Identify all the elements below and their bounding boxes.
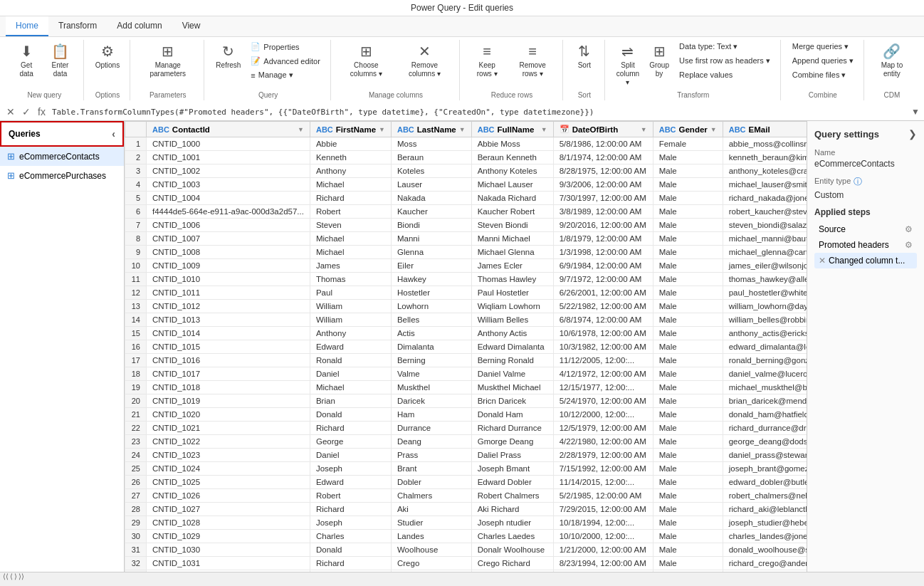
gender-filter-arrow[interactable]: ▼ <box>710 126 717 133</box>
get-data-icon: ⬇ <box>21 43 33 60</box>
cell-contact-id: CNTID_1002 <box>147 164 310 178</box>
col-header-fullname[interactable]: ABC FullName ▼ <box>471 122 553 137</box>
ribbon-group-combine: Merge queries ▾ Append queries ▾ Combine… <box>782 40 864 100</box>
cell-first-name: Michael <box>310 232 391 246</box>
cell-date-of-birth: 6/26/2001, 12:00:00 AM <box>553 286 653 300</box>
settings-expand-button[interactable]: ❯ <box>908 128 917 140</box>
formula-fx-button[interactable]: fx <box>36 105 48 118</box>
cell-email: daniel_prass@stewartmooreandrosales.com <box>723 449 807 462</box>
contactid-filter-arrow[interactable]: ▼ <box>298 126 304 133</box>
ribbon-group-transform: ⇌ Split column ▾ ⊞ Group by Data type: T… <box>607 40 781 100</box>
step-promoted-headers[interactable]: Promoted headers ⚙ <box>814 237 917 253</box>
replace-values-button[interactable]: Replace values <box>675 68 775 81</box>
step-source[interactable]: Source ⚙ <box>814 221 917 237</box>
manage-button[interactable]: ≡ Manage ▾ <box>246 68 325 82</box>
enter-data-button[interactable]: 📋 Enter data <box>43 40 77 81</box>
fullname-filter-arrow[interactable]: ▼ <box>541 126 547 133</box>
step-promoted-headers-gear[interactable]: ⚙ <box>905 240 913 250</box>
table-row: 18CNTID_1017DanielValmeDaniel Valme4/12/… <box>125 367 807 381</box>
step-source-gear[interactable]: ⚙ <box>905 224 913 234</box>
cell-last-name: Hostetler <box>391 286 471 300</box>
entity-type-info-icon[interactable]: ⓘ <box>854 176 862 188</box>
col-header-lastname[interactable]: ABC LastName ▼ <box>391 122 471 137</box>
formula-input[interactable] <box>52 108 907 117</box>
formula-cancel-button[interactable]: ✕ <box>4 105 17 118</box>
cell-contact-id: CNTID_1030 <box>147 543 310 557</box>
use-first-row-button[interactable]: Use first row as headers ▾ <box>675 54 775 68</box>
combine-files-button[interactable]: Combine files ▾ <box>788 68 858 82</box>
query-item-ecommerce-purchases[interactable]: ⊞ eCommercePurchases <box>0 166 124 185</box>
get-data-button[interactable]: ⬇ Get data <box>11 40 41 81</box>
dob-filter-arrow[interactable]: ▼ <box>641 126 647 133</box>
row-number: 31 <box>125 543 147 557</box>
tab-add-column[interactable]: Add column <box>107 16 172 36</box>
cell-first-name: Robert <box>310 489 391 503</box>
col-header-gender[interactable]: ABC Gender ▼ <box>653 122 723 137</box>
lastname-filter-arrow[interactable]: ▼ <box>459 126 466 133</box>
keep-rows-button[interactable]: ≡ Keep rows ▾ <box>467 40 507 81</box>
cell-first-name: Daniel <box>310 367 391 381</box>
step-changed-column-delete[interactable]: ✕ <box>819 256 826 266</box>
manage-parameters-button[interactable]: ⊞ Manage parameters <box>137 40 198 81</box>
remove-rows-button[interactable]: ≡ Remove rows ▾ <box>508 40 556 81</box>
group-by-button[interactable]: ⊞ Group by <box>645 40 673 81</box>
step-changed-column[interactable]: ✕ Changed column t... <box>814 253 917 268</box>
data-grid-container[interactable]: ABC ContactId ▼ ABC FirstName ▼ <box>125 121 807 572</box>
cell-contact-id: CNTID_1027 <box>147 503 310 516</box>
arrow-left[interactable]: ⟨ <box>10 572 13 580</box>
sort-button[interactable]: ⇅ Sort <box>570 40 599 73</box>
cell-full-name: Nakada Richard <box>471 192 553 205</box>
queries-toggle-button[interactable]: ‹ <box>112 128 115 140</box>
table-row: 28CNTID_1027RichardAkiAki Richard7/29/20… <box>125 503 807 516</box>
cell-first-name: Richard <box>310 503 391 516</box>
cell-email: richard_aki@leblancthomas.com <box>723 503 807 516</box>
cell-email: william_belles@robbinsandsons.com <box>723 313 807 327</box>
refresh-button[interactable]: ↻ Refresh <box>211 40 245 73</box>
col-header-dob[interactable]: 📅 DateOfBirth ▼ <box>553 122 653 137</box>
bottom-scrollbar[interactable]: ⟨⟨ ⟨ ⟩ ⟩⟩ <box>0 572 924 580</box>
cell-last-name: Muskthel <box>391 381 471 394</box>
cell-first-name: Thomas <box>310 273 391 286</box>
data-type-button[interactable]: Data type: Text ▾ <box>675 40 775 53</box>
cell-last-name: Nakada <box>391 192 471 205</box>
map-to-entity-button[interactable]: 🔗 Map to entity <box>871 40 913 81</box>
choose-columns-button[interactable]: ⊞ Choose columns ▾ <box>338 40 394 81</box>
sort-label: Sort <box>578 61 591 70</box>
col-header-contactid[interactable]: ABC ContactId ▼ <box>147 122 310 137</box>
cell-date-of-birth: 12/5/1979, 12:00:00 AM <box>553 422 653 435</box>
row-number: 3 <box>125 164 147 178</box>
arrow-left-left[interactable]: ⟨⟨ <box>3 572 9 580</box>
advanced-editor-button[interactable]: 📝 Advanced editor <box>246 54 325 68</box>
cell-full-name: Donalr Woolhouse <box>471 543 553 557</box>
merge-queries-button[interactable]: Merge queries ▾ <box>788 40 858 53</box>
tab-home[interactable]: Home <box>6 16 48 36</box>
ribbon-group-parameters: ⊞ Manage parameters Parameters <box>132 40 204 100</box>
tab-view[interactable]: View <box>172 16 211 36</box>
transform-group-label: Transform <box>612 91 775 99</box>
col-header-email[interactable]: ABC EMail ▼ <box>723 122 807 137</box>
query-item-ecommerce-contacts[interactable]: ⊞ eCommerceContacts <box>0 147 124 166</box>
arrow-right-right[interactable]: ⟩⟩ <box>19 572 24 580</box>
col-header-firstname[interactable]: ABC FirstName ▼ <box>310 122 391 137</box>
cell-email: richard_crego@andersonjames.com <box>723 557 807 570</box>
formula-expand-button[interactable]: ▼ <box>911 107 920 117</box>
replace-values-label: Replace values <box>679 70 733 79</box>
lastname-type-icon: ABC <box>397 125 414 134</box>
remove-columns-button[interactable]: ✕ Remove columns ▾ <box>396 40 453 81</box>
split-column-button[interactable]: ⇌ Split column ▾ <box>612 40 644 90</box>
arrow-right[interactable]: ⟩ <box>14 572 17 580</box>
cell-date-of-birth: 9/7/1972, 12:00:00 AM <box>553 273 653 286</box>
queries-title: Queries <box>9 129 41 139</box>
firstname-filter-arrow[interactable]: ▼ <box>379 126 385 133</box>
cell-date-of-birth: 7/30/1997, 12:00:00 AM <box>553 192 653 205</box>
tab-transform[interactable]: Transform <box>48 16 107 36</box>
properties-button[interactable]: 📄 Properties <box>246 40 325 53</box>
append-queries-button[interactable]: Append queries ▾ <box>788 54 858 68</box>
advanced-editor-label: Advanced editor <box>263 57 320 66</box>
row-number: 30 <box>125 530 147 543</box>
cell-full-name: Berning Ronald <box>471 354 553 367</box>
formula-confirm-button[interactable]: ✓ <box>20 105 33 118</box>
cell-email: edward_dobler@butlerwilliamsandturner.co… <box>723 476 807 489</box>
cell-last-name: Hawkey <box>391 273 471 286</box>
options-button[interactable]: ⚙ Options <box>91 40 124 73</box>
